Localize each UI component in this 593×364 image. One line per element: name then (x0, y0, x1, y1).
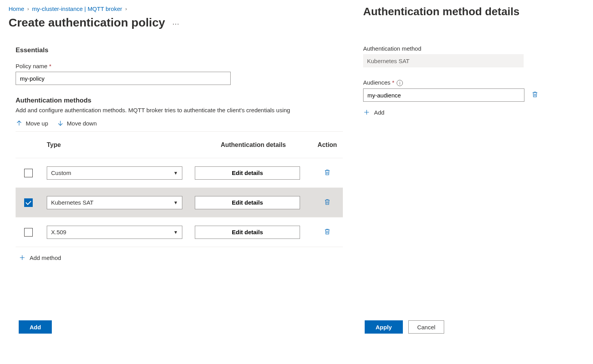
table-row: Custom ▼ Edit details (16, 158, 343, 188)
delete-button[interactable] (324, 228, 331, 237)
cancel-button[interactable]: Cancel (408, 320, 445, 334)
plus-icon (19, 254, 26, 261)
delete-audience-button[interactable] (531, 90, 538, 100)
auth-method-label: Authentication method (363, 45, 582, 52)
type-select[interactable]: X.509 ▼ (47, 226, 182, 239)
move-up-button[interactable]: Move up (16, 120, 48, 127)
edit-details-button[interactable]: Edit details (195, 166, 300, 180)
trash-icon (531, 90, 538, 98)
add-button[interactable]: Add (19, 320, 52, 334)
breadcrumb-instance[interactable]: my-cluster-instance | MQTT broker (32, 5, 122, 12)
trash-icon (324, 168, 331, 176)
table-row: X.509 ▼ Edit details (16, 217, 343, 247)
row-checkbox[interactable] (24, 198, 33, 207)
methods-heading: Authentication methods (16, 97, 343, 104)
audience-input[interactable] (363, 88, 524, 102)
type-select[interactable]: Custom ▼ (47, 166, 182, 180)
arrow-up-icon (16, 120, 23, 127)
chevron-right-icon: › (125, 6, 127, 12)
chevron-down-icon: ▼ (173, 230, 178, 235)
apply-button[interactable]: Apply (365, 320, 403, 334)
chevron-down-icon: ▼ (173, 170, 178, 176)
column-action: Action (312, 141, 343, 148)
edit-details-button[interactable]: Edit details (195, 226, 300, 239)
delete-button[interactable] (324, 198, 331, 207)
methods-description: Add and configure authentication methods… (16, 107, 343, 113)
row-checkbox[interactable] (24, 228, 33, 237)
add-method-button[interactable]: Add method (19, 254, 343, 261)
policy-name-label: Policy name * (16, 63, 343, 69)
breadcrumb: Home › my-cluster-instance | MQTT broker… (9, 5, 343, 12)
panel-title: Authentication method details (363, 5, 582, 18)
breadcrumb-home[interactable]: Home (9, 5, 24, 12)
trash-icon (324, 228, 331, 235)
auth-method-value: Kubernetes SAT (363, 54, 524, 67)
methods-table: Type Authentication details Action Custo… (16, 131, 343, 247)
essentials-heading: Essentials (16, 46, 343, 54)
row-checkbox[interactable] (24, 169, 33, 177)
edit-details-button[interactable]: Edit details (195, 196, 300, 209)
move-down-button[interactable]: Move down (57, 120, 97, 127)
more-icon[interactable]: ⋯ (172, 19, 180, 28)
delete-button[interactable] (324, 168, 331, 178)
add-audience-button[interactable]: Add (363, 109, 582, 116)
policy-name-input[interactable] (16, 72, 231, 85)
plus-icon (363, 109, 370, 116)
type-select[interactable]: Kubernetes SAT ▼ (47, 196, 182, 209)
page-title: Create authentication policy (9, 16, 165, 29)
column-type: Type (47, 141, 195, 148)
details-panel: Authentication method details Authentica… (352, 0, 593, 364)
chevron-down-icon: ▼ (173, 200, 178, 205)
chevron-right-icon: › (27, 6, 29, 12)
column-details: Authentication details (195, 141, 312, 148)
info-icon[interactable]: i (397, 80, 403, 86)
arrow-down-icon (57, 120, 64, 127)
trash-icon (324, 198, 331, 206)
table-row: Kubernetes SAT ▼ Edit details (16, 188, 343, 217)
audiences-label: Audiences * i (363, 79, 582, 86)
